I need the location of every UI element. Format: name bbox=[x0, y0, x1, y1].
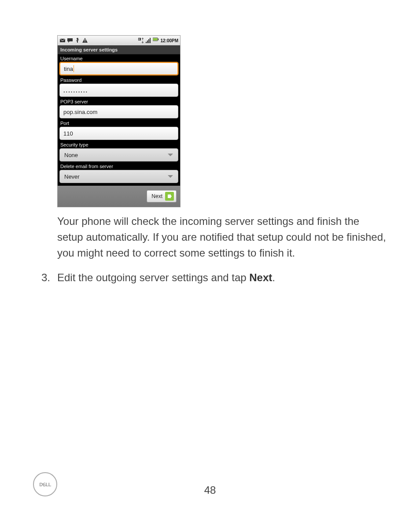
step-suffix: . bbox=[272, 272, 275, 283]
battery-icon bbox=[153, 37, 159, 44]
svg-rect-12 bbox=[158, 39, 159, 40]
step-bold: Next bbox=[249, 272, 272, 283]
page-number: 48 bbox=[204, 484, 216, 496]
username-input[interactable]: tina bbox=[59, 62, 178, 75]
next-label: Next bbox=[151, 193, 162, 199]
step-prefix: Edit the outgoing server settings and ta… bbox=[57, 272, 249, 283]
data-icon: E bbox=[138, 37, 144, 44]
svg-rect-9 bbox=[148, 39, 149, 43]
port-label: Port bbox=[59, 119, 178, 127]
security-select[interactable]: None bbox=[59, 148, 178, 162]
port-input[interactable]: 110 bbox=[59, 127, 178, 140]
arrow-right-icon bbox=[165, 192, 174, 201]
svg-rect-10 bbox=[150, 38, 151, 43]
chat-icon bbox=[67, 37, 73, 44]
warning-icon bbox=[82, 37, 88, 44]
security-label: Security type bbox=[59, 141, 178, 148]
username-value: tina bbox=[64, 66, 73, 72]
delete-value: Never bbox=[64, 173, 80, 180]
phone-screenshot: E 12:00PM Incoming server settings Usern… bbox=[57, 35, 181, 207]
chevron-down-icon bbox=[167, 174, 173, 179]
paragraph: Your phone will check the incoming serve… bbox=[57, 213, 387, 261]
step-3: 3. Edit the outgoing server settings and… bbox=[33, 270, 387, 286]
pop3-label: POP3 server bbox=[59, 98, 178, 105]
svg-rect-8 bbox=[147, 40, 148, 43]
status-time: 12:00PM bbox=[160, 38, 178, 43]
status-bar: E 12:00PM bbox=[58, 36, 180, 45]
bottom-bar: Next bbox=[58, 186, 180, 207]
signal-icon bbox=[145, 37, 151, 44]
svg-rect-3 bbox=[85, 39, 85, 41]
notification-icon bbox=[59, 37, 66, 44]
step-text: Edit the outgoing server settings and ta… bbox=[57, 270, 387, 286]
manual-page: E 12:00PM Incoming server settings Usern… bbox=[0, 0, 420, 308]
port-value: 110 bbox=[63, 130, 73, 137]
dell-logo: DELL bbox=[33, 472, 57, 496]
svg-rect-7 bbox=[146, 42, 147, 43]
chevron-down-icon bbox=[167, 153, 173, 157]
pop3-value: pop.sina.com bbox=[63, 109, 97, 115]
step-number: 3. bbox=[33, 270, 57, 286]
security-value: None bbox=[64, 152, 78, 158]
usb-icon bbox=[74, 37, 81, 44]
password-input[interactable]: .......... bbox=[59, 84, 178, 97]
password-label: Password bbox=[59, 76, 178, 84]
next-button[interactable]: Next bbox=[147, 190, 177, 202]
password-value: .......... bbox=[63, 87, 88, 94]
screen-title: Incoming server settings bbox=[58, 45, 180, 55]
username-label: Username bbox=[59, 55, 178, 62]
delete-label: Delete email from server bbox=[59, 162, 178, 170]
page-footer: DELL 48 bbox=[0, 484, 420, 496]
svg-rect-4 bbox=[85, 41, 85, 42]
pop3-input[interactable]: pop.sina.com bbox=[59, 105, 178, 118]
delete-select[interactable]: Never bbox=[59, 170, 178, 183]
svg-rect-13 bbox=[153, 38, 158, 40]
